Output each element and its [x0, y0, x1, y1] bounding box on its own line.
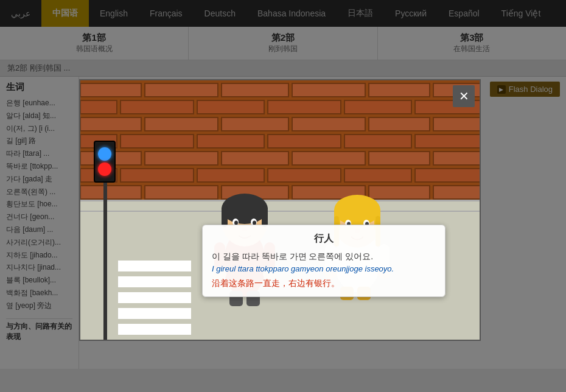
svg-rect-27 [222, 152, 288, 165]
svg-rect-47 [262, 206, 268, 227]
svg-rect-21 [197, 135, 264, 148]
svg-rect-8 [121, 100, 194, 114]
svg-rect-2 [145, 83, 218, 97]
svg-rect-23 [344, 135, 411, 148]
svg-rect-29 [369, 152, 430, 165]
svg-rect-26 [145, 152, 218, 165]
blue-light [98, 147, 111, 161]
svg-rect-32 [121, 169, 194, 182]
traffic-light-pole [103, 169, 107, 340]
bubble-romanized-text: I gireul ttara ttokpparo gamyeon oreunjj… [212, 263, 436, 275]
svg-rect-18 [433, 117, 480, 131]
svg-point-45 [222, 194, 268, 224]
svg-rect-9 [197, 100, 264, 114]
red-light [98, 163, 111, 176]
svg-rect-36 [415, 169, 480, 182]
svg-rect-24 [415, 135, 480, 148]
svg-rect-20 [121, 135, 194, 148]
svg-rect-7 [80, 100, 117, 114]
svg-point-61 [334, 195, 380, 225]
bubble-korean-text: 이 길을 따라 똑바로 가면 오른쪽에 있어요. [212, 250, 436, 263]
svg-rect-5 [369, 83, 430, 97]
bubble-chinese-text: 沿着这条路一直走，右边有银行。 [212, 278, 436, 289]
bubble-speaker: 行人 [212, 233, 436, 245]
popup-close-button[interactable]: ✕ [453, 85, 475, 107]
crosswalk [118, 261, 191, 340]
speech-bubble: 行人 이 길을 따라 똑바로 가면 오른쪽에 있어요. I gireul tta… [202, 225, 445, 298]
svg-rect-37 [80, 186, 141, 199]
svg-rect-11 [344, 100, 411, 114]
svg-rect-22 [268, 135, 341, 148]
svg-rect-4 [292, 83, 365, 97]
flash-popup: 行人 이 길을 따라 똑바로 가면 오른쪽에 있어요. I gireul tta… [79, 79, 481, 341]
svg-rect-1 [80, 83, 141, 97]
svg-rect-3 [222, 83, 288, 97]
svg-rect-42 [433, 186, 480, 199]
traffic-light-box [94, 141, 116, 183]
svg-rect-46 [222, 206, 228, 227]
svg-rect-13 [80, 117, 141, 131]
svg-rect-17 [369, 117, 430, 131]
svg-rect-30 [433, 152, 480, 165]
svg-rect-28 [292, 152, 365, 165]
svg-rect-14 [145, 117, 218, 131]
svg-rect-15 [222, 117, 288, 131]
svg-rect-16 [292, 117, 365, 131]
svg-rect-10 [268, 100, 341, 114]
